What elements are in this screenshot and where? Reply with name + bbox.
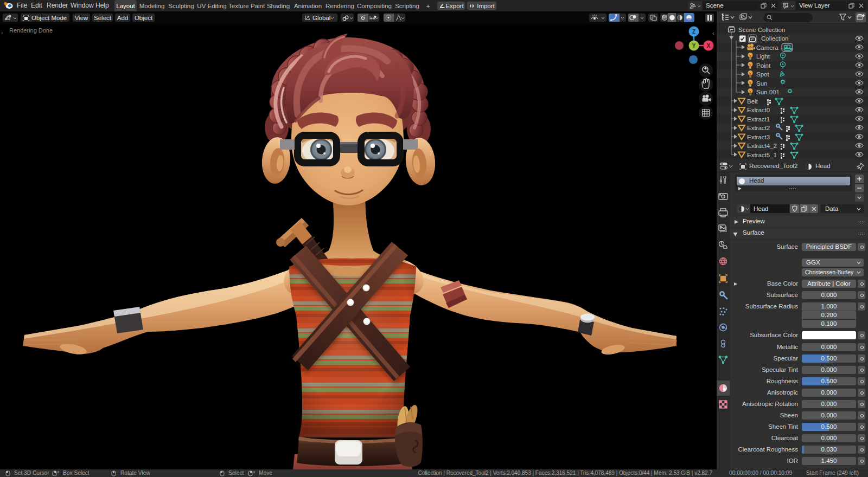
svg-text:Z: Z: [692, 29, 695, 35]
svg-text:Y: Y: [692, 43, 696, 49]
svg-text:X: X: [707, 43, 711, 49]
svg-text:‹: ‹: [712, 30, 714, 36]
svg-text:Rendering Done: Rendering Done: [9, 27, 53, 34]
svg-text:›: ›: [1, 30, 3, 36]
